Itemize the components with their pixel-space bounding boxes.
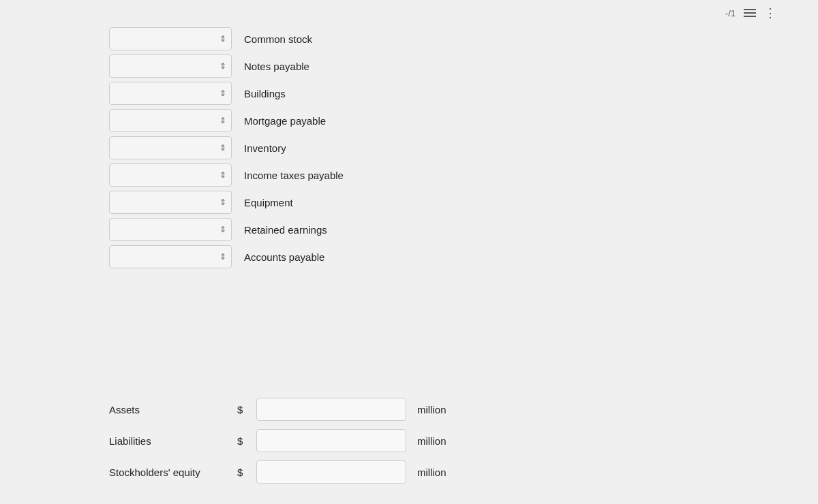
- item-row-4: ⇕Mortgage payable: [109, 109, 709, 132]
- menu-line-2: [744, 12, 756, 14]
- stockholders-dollar: $: [237, 467, 251, 478]
- item-label-5: Inventory: [244, 142, 380, 154]
- liabilities-row: Liabilities $ million: [109, 429, 709, 452]
- liabilities-dollar: $: [237, 435, 251, 447]
- liabilities-unit: million: [417, 435, 446, 447]
- liabilities-input[interactable]: [256, 429, 406, 452]
- select-wrapper-3: ⇕: [109, 82, 232, 105]
- item-row-5: ⇕Inventory: [109, 136, 709, 159]
- menu-icon[interactable]: [744, 9, 756, 17]
- assets-dollar: $: [237, 404, 251, 415]
- select-wrapper-4: ⇕: [109, 109, 232, 132]
- item-label-4: Mortgage payable: [244, 115, 380, 127]
- select-9[interactable]: [109, 245, 232, 268]
- top-bar: -/1 ⋮: [725, 5, 777, 20]
- stockholders-label: Stockholders' equity: [109, 467, 232, 478]
- select-wrapper-5: ⇕: [109, 136, 232, 159]
- select-5[interactable]: [109, 136, 232, 159]
- select-4[interactable]: [109, 109, 232, 132]
- item-row-2: ⇕Notes payable: [109, 54, 709, 78]
- item-label-6: Income taxes payable: [244, 170, 380, 181]
- select-wrapper-6: ⇕: [109, 163, 232, 187]
- page-indicator: -/1: [725, 8, 736, 18]
- select-wrapper-8: ⇕: [109, 218, 232, 241]
- select-2[interactable]: [109, 54, 232, 78]
- assets-row: Assets $ million: [109, 398, 709, 421]
- item-row-9: ⇕Accounts payable: [109, 245, 709, 268]
- menu-line-3: [744, 16, 756, 17]
- item-row-7: ⇕Equipment: [109, 191, 709, 214]
- assets-label: Assets: [109, 404, 232, 415]
- select-1[interactable]: [109, 27, 232, 50]
- item-row-6: ⇕Income taxes payable: [109, 163, 709, 187]
- item-row-3: ⇕Buildings: [109, 82, 709, 105]
- liabilities-label: Liabilities: [109, 435, 232, 447]
- menu-line-1: [744, 9, 756, 10]
- select-7[interactable]: [109, 191, 232, 214]
- more-options-icon[interactable]: ⋮: [764, 5, 777, 20]
- assets-input[interactable]: [256, 398, 406, 421]
- select-wrapper-2: ⇕: [109, 54, 232, 78]
- item-label-2: Notes payable: [244, 61, 380, 72]
- item-label-1: Common stock: [244, 33, 380, 45]
- item-label-3: Buildings: [244, 88, 380, 99]
- content-area: ⇕Common stock⇕Notes payable⇕Buildings⇕Mo…: [0, 27, 818, 384]
- select-wrapper-1: ⇕: [109, 27, 232, 50]
- item-label-7: Equipment: [244, 197, 380, 208]
- select-6[interactable]: [109, 163, 232, 187]
- assets-unit: million: [417, 404, 446, 415]
- main-container: -/1 ⋮ ⇕Common stock⇕Notes payable⇕Buildi…: [0, 0, 818, 504]
- summary-area: Assets $ million Liabilities $ million S…: [0, 384, 818, 497]
- item-row-1: ⇕Common stock: [109, 27, 709, 50]
- stockholders-row: Stockholders' equity $ million: [109, 460, 709, 484]
- stockholders-input[interactable]: [256, 460, 406, 484]
- select-wrapper-9: ⇕: [109, 245, 232, 268]
- select-8[interactable]: [109, 218, 232, 241]
- stockholders-unit: million: [417, 467, 446, 478]
- item-row-8: ⇕Retained earnings: [109, 218, 709, 241]
- item-label-9: Accounts payable: [244, 251, 380, 263]
- select-wrapper-7: ⇕: [109, 191, 232, 214]
- select-3[interactable]: [109, 82, 232, 105]
- item-label-8: Retained earnings: [244, 224, 380, 236]
